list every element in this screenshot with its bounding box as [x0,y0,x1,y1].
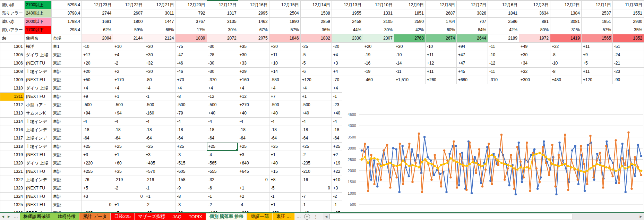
stock-code[interactable]: 1314 [0,118,25,126]
stock-code[interactable]: 1306 [0,59,25,68]
sheet-overflow-left[interactable]: … [12,213,20,220]
stock-name[interactable]: (NEXT FU [24,201,51,209]
sell-alert-value[interactable]: 1317 [207,9,238,18]
stock-name[interactable]: 極洋 [24,43,51,51]
corner-market-label[interactable]: 市場 [51,34,81,43]
data-cell[interactable]: 0 [300,184,332,193]
data-cell[interactable]: +640 [238,159,269,168]
data-cell[interactable]: -64 [82,134,113,143]
data-cell[interactable]: -8 [550,68,581,76]
stock-code[interactable]: 1313 [0,109,25,118]
deep-red-value[interactable]: 1951 [581,18,612,26]
legend-threshold[interactable]: 2000以下 [24,18,51,26]
data-cell[interactable]: +12 [425,59,456,68]
percent-value[interactable]: 62% [82,26,113,34]
embedded-line-chart[interactable]: 50010001500200025003000350040004500 [342,84,644,212]
date-header[interactable]: 11月30日 [612,1,644,9]
percent-value[interactable]: 57% [581,26,612,34]
data-cell[interactable]: -64 [269,134,300,143]
data-cell[interactable]: +30 [144,51,175,59]
data-cell[interactable]: +25 [238,143,269,151]
sheet-tab[interactable]: TOPIX [185,213,206,220]
data-cell[interactable]: +11 [425,51,456,59]
percent-value[interactable]: 44% [332,26,363,34]
data-cell[interactable]: -18 [207,126,238,134]
data-cell[interactable]: -18 [82,126,113,134]
scale-value[interactable]: 2189 [488,34,519,43]
scale-value[interactable]: 2075 [238,34,269,43]
date-header[interactable]: 12月2日 [550,1,581,9]
data-cell[interactable]: -18 [113,126,144,134]
data-cell[interactable]: +25 [113,143,144,151]
data-cell[interactable]: -500 [269,101,300,109]
data-cell[interactable]: -460 [363,76,394,84]
data-cell[interactable]: -14 [394,59,425,68]
deep-red-value[interactable]: 707 [456,18,488,26]
data-cell[interactable]: -210 [300,168,332,176]
data-cell[interactable]: +40 [238,109,269,118]
data-cell[interactable]: -3 [175,201,207,209]
data-cell[interactable]: -2 [207,201,238,209]
data-cell[interactable]: +33 [238,59,269,68]
data-cell[interactable]: -25 [300,43,332,51]
data-cell[interactable]: +11 [581,43,612,51]
data-cell[interactable]: -4 [175,118,207,126]
stock-name[interactable]: (NEXT FU [24,151,51,159]
data-cell[interactable]: +5 [581,59,612,68]
data-cell[interactable]: +25 [144,143,175,151]
data-cell[interactable]: -555 [207,168,238,176]
data-cell[interactable]: -30 [175,209,207,213]
data-cell[interactable]: -3 [175,151,207,159]
data-cell[interactable]: +9 [581,51,612,59]
data-cell[interactable]: -500 [207,101,238,109]
scale-value[interactable]: 1882 [300,34,332,43]
data-cell[interactable]: +47 [456,59,488,68]
data-cell[interactable]: +30 [144,68,175,76]
stock-name[interactable]: 上場インデ [24,126,51,134]
data-cell[interactable]: -11 [488,68,519,76]
deep-red-value[interactable]: 2458 [332,18,363,26]
data-cell[interactable]: -5 [300,51,332,59]
stock-market[interactable]: 東証 [51,51,81,59]
data-cell[interactable]: -51 [612,43,644,51]
deep-red-value[interactable]: 1764 [425,18,456,26]
scale-value[interactable]: 2072 [207,34,238,43]
stock-name[interactable]: (NEXT FU [24,184,51,193]
data-cell[interactable]: -605 [175,168,207,176]
date-header[interactable]: 12月20日 [175,1,207,9]
stock-market[interactable]: 東証 [51,143,81,151]
percent-value[interactable]: 68% [144,26,175,34]
data-cell[interactable]: +2 [113,68,144,76]
data-cell[interactable]: +4 [113,51,144,59]
data-cell[interactable]: -12 [207,93,238,101]
percent-value[interactable]: 17% [175,26,207,34]
deep-red-value[interactable]: 1800 [113,18,144,26]
data-cell[interactable]: +255 [82,168,113,176]
scale-value[interactable]: 1839 [175,34,207,43]
stock-code[interactable]: 1324 [0,193,25,201]
data-cell[interactable]: -150 [269,209,300,213]
deep-red-value[interactable]: 2930 [612,18,644,26]
data-cell[interactable]: -30 [207,68,238,76]
data-cell[interactable]: -580 [269,76,300,84]
date-header[interactable]: 12月17日 [207,1,238,9]
data-cell[interactable]: +1 [269,201,300,209]
stock-code[interactable]: 1319 [0,151,25,159]
data-cell[interactable]: +160 [238,76,269,84]
data-cell[interactable]: -8 [550,51,581,59]
stock-name[interactable]: ダイワ 上場 [24,159,51,168]
percent-value[interactable]: 30% [207,26,238,34]
data-cell[interactable]: +22 [550,43,581,51]
data-cell[interactable]: +94 [113,109,144,118]
data-cell[interactable]: -158 [175,176,207,184]
data-cell[interactable]: +15 [269,168,300,176]
data-cell[interactable]: -1 [144,93,175,101]
stock-code[interactable]: 1308 [0,68,25,76]
stock-market[interactable]: 東証 [51,118,81,126]
stock-code[interactable]: 1311 [0,93,25,101]
data-cell[interactable]: -515 [175,159,207,168]
data-cell[interactable]: -10 [425,43,456,51]
data-cell[interactable]: -4 [300,118,332,126]
sell-alert-value[interactable]: 1841 [488,9,519,18]
data-cell[interactable]: +3 [82,193,113,201]
